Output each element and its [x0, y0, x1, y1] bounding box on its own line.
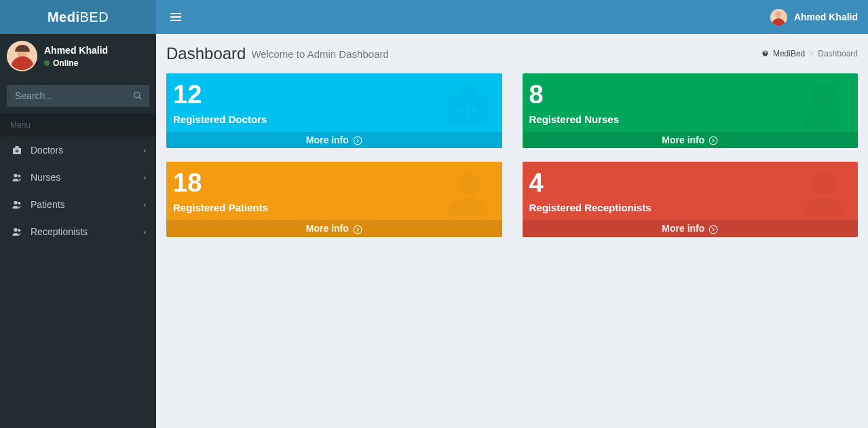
brand-bold: Medi — [48, 10, 80, 25]
breadcrumb-active: Dashboard — [818, 49, 858, 58]
stat-box-receptionists: 4 Registered Receptionists More info — [523, 162, 858, 236]
svg-point-6 — [14, 174, 17, 177]
arrow-circle-right-icon — [353, 225, 362, 234]
stat-box-doctors: 12 Registered Doctors More info — [166, 73, 502, 148]
sidebar: MediBED Ahmed Khalid Online Menu — [0, 0, 156, 428]
more-info-text: More info — [306, 223, 349, 234]
breadcrumb: MediBed > Dashboard — [761, 49, 858, 58]
svg-point-0 — [134, 92, 140, 98]
user-status: Online — [44, 58, 108, 68]
user-status-text: Online — [53, 58, 78, 68]
main: Ahmed Khalid Dashboard Welcome to Admin … — [156, 0, 868, 428]
users-icon — [10, 199, 24, 210]
sidebar-toggle-button[interactable] — [166, 9, 185, 25]
sidebar-item-patients[interactable]: Patients ‹ — [0, 191, 156, 218]
medkit-icon — [441, 77, 495, 143]
avatar[interactable] — [7, 41, 37, 71]
medkit-icon — [10, 145, 24, 156]
sidebar-item-label: Patients — [31, 199, 65, 210]
brand-light: BED — [79, 10, 109, 25]
sidebar-item-doctors[interactable]: Doctors ‹ — [0, 137, 156, 164]
chevron-left-icon: ‹ — [144, 147, 146, 154]
svg-point-19 — [457, 173, 479, 195]
svg-point-17 — [812, 84, 835, 107]
user-menu[interactable]: Ahmed Khalid — [770, 9, 858, 26]
arrow-circle-right-icon — [709, 136, 718, 145]
svg-line-1 — [139, 97, 142, 100]
more-info-text: More info — [662, 223, 704, 234]
svg-rect-3 — [15, 146, 18, 148]
sidebar-item-label: Doctors — [31, 145, 63, 156]
svg-point-18 — [709, 137, 717, 145]
content-header: Dashboard Welcome to Admin Dashboard Med… — [156, 34, 868, 63]
svg-point-8 — [14, 201, 17, 204]
stat-box-nurses: 8 Registered Nurses More info — [523, 73, 858, 148]
svg-point-21 — [812, 173, 835, 195]
svg-rect-5 — [15, 151, 18, 151]
arrow-circle-right-icon — [353, 136, 362, 145]
breadcrumb-separator: > — [809, 49, 814, 58]
content: 12 Registered Doctors More info — [156, 63, 868, 428]
breadcrumb-root[interactable]: MediBed — [773, 49, 805, 58]
chevron-left-icon: ‹ — [144, 174, 146, 181]
svg-rect-13 — [459, 86, 477, 95]
person-icon — [441, 166, 495, 231]
stat-box-patients: 18 Registered Patients More info — [166, 162, 502, 236]
more-info-text: More info — [662, 135, 704, 145]
user-panel: Ahmed Khalid Online — [0, 34, 156, 78]
users-icon — [10, 226, 24, 237]
person-icon — [797, 166, 851, 231]
svg-point-22 — [709, 226, 717, 234]
svg-point-9 — [18, 202, 20, 204]
sidebar-item-label: Nurses — [31, 172, 60, 183]
search-form — [7, 85, 149, 107]
status-dot-icon — [44, 60, 50, 66]
page-subtitle: Welcome to Admin Dashboard — [251, 48, 388, 60]
svg-point-7 — [18, 175, 20, 177]
topbar: Ahmed Khalid — [156, 0, 868, 34]
chevron-left-icon: ‹ — [144, 228, 146, 236]
chevron-left-icon: ‹ — [144, 201, 146, 209]
search-button[interactable] — [126, 85, 149, 107]
page-title: Dashboard — [166, 44, 246, 63]
sidebar-item-label: Receptionists — [31, 226, 88, 237]
user-name: Ahmed Khalid — [44, 45, 108, 56]
svg-point-20 — [354, 226, 362, 234]
users-icon — [10, 172, 24, 183]
sidebar-nav: Doctors ‹ Nurses ‹ Patients ‹ — [0, 137, 156, 245]
svg-point-16 — [354, 137, 362, 145]
sidebar-item-nurses[interactable]: Nurses ‹ — [0, 164, 156, 191]
sidebar-item-receptionists[interactable]: Receptionists ‹ — [0, 218, 156, 245]
search-icon — [133, 91, 143, 101]
more-info-text: More info — [306, 135, 349, 145]
svg-point-11 — [18, 229, 20, 232]
person-icon — [797, 77, 851, 143]
brand-logo[interactable]: MediBED — [0, 0, 156, 34]
arrow-circle-right-icon — [709, 225, 718, 234]
svg-point-10 — [14, 228, 17, 232]
topbar-user-name: Ahmed Khalid — [794, 12, 858, 22]
dashboard-icon — [761, 50, 769, 58]
menu-header: Menu — [0, 113, 156, 137]
avatar-icon — [770, 9, 787, 26]
svg-rect-15 — [460, 108, 476, 113]
